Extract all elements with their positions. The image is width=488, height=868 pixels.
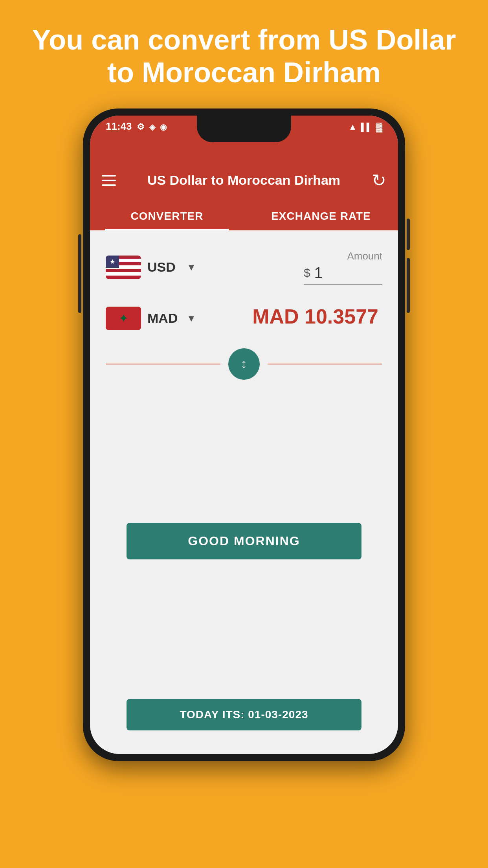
shield-icon: [149, 120, 155, 132]
tabs-container: CONVERTER EXCHANGE RATE: [90, 202, 398, 230]
from-currency-code: USD: [147, 259, 183, 275]
gear-icon: [137, 120, 145, 132]
swap-icon: ↕: [241, 357, 247, 371]
battery-icon: [376, 120, 382, 132]
spacer-2: [106, 579, 382, 691]
signal-icon: [361, 120, 372, 132]
left-button: [78, 234, 81, 313]
drop-icon: [160, 120, 167, 132]
amount-input-row[interactable]: $ 1: [304, 265, 382, 285]
tab-converter[interactable]: CONVERTER: [90, 202, 244, 230]
wifi-icon: [349, 120, 357, 132]
from-dropdown-arrow: ▼: [187, 262, 196, 273]
phone-screen: 11:43: [90, 116, 398, 754]
flag-canton: ★: [106, 256, 119, 268]
volume-button: [407, 258, 410, 313]
today-date-button[interactable]: TODAY ITS: 01-03-2023: [127, 699, 361, 730]
tab-exchange-rate[interactable]: EXCHANGE RATE: [244, 202, 398, 230]
refresh-button[interactable]: ↻: [372, 170, 386, 190]
conversion-result-container: MAD 10.3577: [202, 309, 382, 328]
to-currency-row: ✦ MAD ▼ MAD 10.3577: [106, 300, 382, 337]
to-dropdown-arrow: ▼: [187, 313, 196, 324]
amount-value: 1: [314, 265, 323, 281]
spacer-1: [106, 392, 382, 504]
status-right: [349, 120, 382, 132]
amount-section: Amount $ 1: [202, 250, 382, 285]
status-bar: 11:43: [90, 116, 398, 137]
to-currency-selector[interactable]: MAD ▼: [147, 311, 196, 326]
conversion-result: MAD 10.3577: [252, 305, 382, 328]
phone-container: 11:43: [83, 108, 405, 769]
swap-button[interactable]: ↕: [228, 348, 260, 380]
morocco-star-icon: ✦: [119, 311, 128, 325]
content-area: ★ USD ▼ Amount $ 1: [90, 230, 398, 754]
app-title: US Dollar to Moroccan Dirham: [116, 173, 372, 188]
time-display: 11:43: [106, 120, 132, 132]
from-currency-selector[interactable]: USD ▼: [147, 259, 196, 275]
promo-text: You can convert from US Dollar to Morocc…: [0, 0, 488, 105]
amount-label: Amount: [347, 250, 382, 262]
notch-bar: 11:43: [90, 116, 398, 159]
status-left: 11:43: [106, 120, 167, 132]
good-morning-button[interactable]: GOOD MORNING: [127, 523, 361, 559]
usd-flag: ★: [106, 256, 141, 279]
phone-shell: 11:43: [83, 108, 405, 761]
from-currency-row: ★ USD ▼ Amount $ 1: [106, 242, 382, 292]
mad-flag: ✦: [106, 307, 141, 330]
app-bar: US Dollar to Moroccan Dirham ↻: [90, 159, 398, 202]
divider-left: [106, 364, 220, 364]
divider-row: ↕: [106, 348, 382, 380]
menu-button[interactable]: [102, 175, 116, 186]
to-currency-code: MAD: [147, 311, 183, 326]
divider-right: [268, 364, 382, 364]
power-button: [407, 219, 410, 250]
currency-symbol: $: [304, 266, 310, 280]
